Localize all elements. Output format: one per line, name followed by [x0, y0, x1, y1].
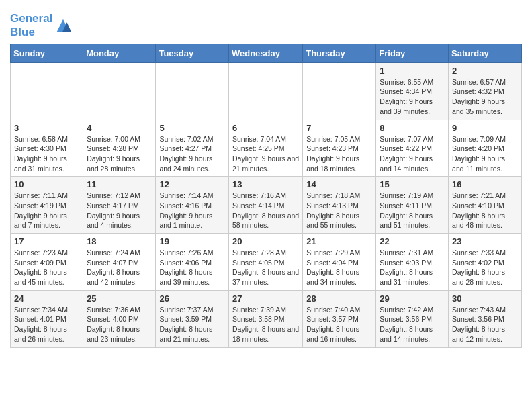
day-number: 27 [232, 293, 299, 304]
week-row-1: 1Sunrise: 6:55 AM Sunset: 4:34 PM Daylig… [11, 62, 522, 120]
day-info: Sunrise: 7:02 AM Sunset: 4:27 PM Dayligh… [159, 134, 225, 174]
logo-line2: Blue [10, 26, 52, 39]
day-info: Sunrise: 7:37 AM Sunset: 3:59 PM Dayligh… [159, 305, 225, 345]
calendar-cell: 16Sunrise: 7:21 AM Sunset: 4:10 PM Dayli… [449, 177, 522, 234]
calendar-cell [83, 62, 156, 120]
day-info: Sunrise: 7:04 AM Sunset: 4:25 PM Dayligh… [232, 134, 299, 174]
day-info: Sunrise: 7:09 AM Sunset: 4:20 PM Dayligh… [452, 134, 518, 174]
day-number: 4 [87, 123, 152, 133]
day-number: 14 [306, 179, 372, 189]
day-number: 9 [452, 123, 518, 133]
day-info: Sunrise: 7:29 AM Sunset: 4:04 PM Dayligh… [306, 248, 372, 287]
day-header-saturday: Saturday [449, 44, 522, 62]
calendar-cell: 30Sunrise: 7:43 AM Sunset: 3:56 PM Dayli… [449, 290, 522, 347]
logo: General Blue [10, 12, 73, 40]
day-number: 7 [306, 123, 372, 133]
calendar-cell [156, 62, 229, 120]
day-number: 18 [87, 236, 152, 246]
day-header-tuesday: Tuesday [156, 44, 229, 62]
week-row-3: 10Sunrise: 7:11 AM Sunset: 4:19 PM Dayli… [11, 177, 522, 234]
day-info: Sunrise: 7:21 AM Sunset: 4:10 PM Dayligh… [452, 191, 518, 230]
calendar-cell: 22Sunrise: 7:31 AM Sunset: 4:03 PM Dayli… [376, 234, 449, 291]
day-number: 28 [306, 293, 372, 304]
day-number: 15 [380, 179, 445, 189]
header: General Blue [10, 7, 522, 40]
day-info: Sunrise: 7:11 AM Sunset: 4:19 PM Dayligh… [14, 191, 79, 230]
day-info: Sunrise: 6:57 AM Sunset: 4:32 PM Dayligh… [452, 77, 518, 117]
day-info: Sunrise: 7:26 AM Sunset: 4:06 PM Dayligh… [159, 248, 225, 287]
calendar-cell: 5Sunrise: 7:02 AM Sunset: 4:27 PM Daylig… [156, 120, 229, 177]
day-info: Sunrise: 6:58 AM Sunset: 4:30 PM Dayligh… [14, 134, 79, 174]
calendar-cell: 4Sunrise: 7:00 AM Sunset: 4:28 PM Daylig… [83, 120, 156, 177]
day-info: Sunrise: 7:23 AM Sunset: 4:09 PM Dayligh… [14, 248, 79, 287]
day-info: Sunrise: 7:33 AM Sunset: 4:02 PM Dayligh… [452, 248, 518, 287]
day-info: Sunrise: 7:28 AM Sunset: 4:05 PM Dayligh… [232, 248, 299, 287]
calendar-cell: 23Sunrise: 7:33 AM Sunset: 4:02 PM Dayli… [449, 234, 522, 291]
day-header-wednesday: Wednesday [228, 44, 302, 62]
calendar-cell: 9Sunrise: 7:09 AM Sunset: 4:20 PM Daylig… [449, 120, 522, 177]
calendar-cell: 20Sunrise: 7:28 AM Sunset: 4:05 PM Dayli… [228, 234, 302, 291]
day-number: 20 [232, 236, 299, 246]
day-number: 22 [380, 236, 445, 246]
calendar-cell: 13Sunrise: 7:16 AM Sunset: 4:14 PM Dayli… [228, 177, 302, 234]
calendar-cell: 1Sunrise: 6:55 AM Sunset: 4:34 PM Daylig… [376, 62, 449, 120]
calendar-cell: 18Sunrise: 7:24 AM Sunset: 4:07 PM Dayli… [83, 234, 156, 291]
calendar-cell: 11Sunrise: 7:12 AM Sunset: 4:17 PM Dayli… [83, 177, 156, 234]
day-info: Sunrise: 7:43 AM Sunset: 3:56 PM Dayligh… [452, 305, 518, 345]
day-info: Sunrise: 7:24 AM Sunset: 4:07 PM Dayligh… [87, 248, 152, 287]
week-row-2: 3Sunrise: 6:58 AM Sunset: 4:30 PM Daylig… [11, 120, 522, 177]
day-number: 30 [452, 293, 518, 304]
day-number: 6 [232, 123, 299, 133]
week-row-5: 24Sunrise: 7:34 AM Sunset: 4:01 PM Dayli… [11, 290, 522, 347]
day-number: 1 [380, 66, 445, 76]
calendar-cell: 14Sunrise: 7:18 AM Sunset: 4:13 PM Dayli… [303, 177, 376, 234]
day-info: Sunrise: 7:00 AM Sunset: 4:28 PM Dayligh… [87, 134, 152, 174]
day-info: Sunrise: 7:14 AM Sunset: 4:16 PM Dayligh… [159, 191, 225, 230]
calendar-cell: 17Sunrise: 7:23 AM Sunset: 4:09 PM Dayli… [11, 234, 83, 291]
week-row-4: 17Sunrise: 7:23 AM Sunset: 4:09 PM Dayli… [11, 234, 522, 291]
day-info: Sunrise: 7:39 AM Sunset: 3:58 PM Dayligh… [232, 305, 299, 345]
day-number: 2 [452, 66, 518, 76]
day-number: 23 [452, 236, 518, 246]
day-header-monday: Monday [83, 44, 156, 62]
day-number: 29 [380, 293, 445, 304]
calendar-cell [228, 62, 302, 120]
calendar-table: SundayMondayTuesdayWednesdayThursdayFrid… [10, 44, 522, 348]
calendar-cell: 27Sunrise: 7:39 AM Sunset: 3:58 PM Dayli… [228, 290, 302, 347]
day-number: 25 [87, 293, 152, 304]
day-number: 12 [159, 179, 225, 189]
calendar-cell: 24Sunrise: 7:34 AM Sunset: 4:01 PM Dayli… [11, 290, 83, 347]
day-info: Sunrise: 7:19 AM Sunset: 4:11 PM Dayligh… [380, 191, 445, 230]
calendar-cell: 19Sunrise: 7:26 AM Sunset: 4:06 PM Dayli… [156, 234, 229, 291]
day-header-sunday: Sunday [11, 44, 83, 62]
calendar-cell [11, 62, 83, 120]
header-row: SundayMondayTuesdayWednesdayThursdayFrid… [11, 44, 522, 62]
calendar-cell: 12Sunrise: 7:14 AM Sunset: 4:16 PM Dayli… [156, 177, 229, 234]
day-info: Sunrise: 7:12 AM Sunset: 4:17 PM Dayligh… [87, 191, 152, 230]
day-number: 13 [232, 179, 299, 189]
day-number: 3 [14, 123, 79, 133]
day-info: Sunrise: 7:07 AM Sunset: 4:22 PM Dayligh… [380, 134, 445, 174]
day-number: 11 [87, 179, 152, 189]
day-number: 21 [306, 236, 372, 246]
calendar-cell: 26Sunrise: 7:37 AM Sunset: 3:59 PM Dayli… [156, 290, 229, 347]
day-info: Sunrise: 7:42 AM Sunset: 3:56 PM Dayligh… [380, 305, 445, 345]
calendar-cell: 29Sunrise: 7:42 AM Sunset: 3:56 PM Dayli… [376, 290, 449, 347]
calendar-cell: 3Sunrise: 6:58 AM Sunset: 4:30 PM Daylig… [11, 120, 83, 177]
day-info: Sunrise: 7:31 AM Sunset: 4:03 PM Dayligh… [380, 248, 445, 287]
day-info: Sunrise: 7:40 AM Sunset: 3:57 PM Dayligh… [306, 305, 372, 345]
calendar-cell: 28Sunrise: 7:40 AM Sunset: 3:57 PM Dayli… [303, 290, 376, 347]
logo-line1: General [10, 12, 52, 25]
day-info: Sunrise: 7:18 AM Sunset: 4:13 PM Dayligh… [306, 191, 372, 230]
calendar-cell: 15Sunrise: 7:19 AM Sunset: 4:11 PM Dayli… [376, 177, 449, 234]
day-number: 10 [14, 179, 79, 189]
day-info: Sunrise: 7:05 AM Sunset: 4:23 PM Dayligh… [306, 134, 372, 174]
calendar-cell: 21Sunrise: 7:29 AM Sunset: 4:04 PM Dayli… [303, 234, 376, 291]
day-info: Sunrise: 7:16 AM Sunset: 4:14 PM Dayligh… [232, 191, 299, 230]
calendar-cell: 7Sunrise: 7:05 AM Sunset: 4:23 PM Daylig… [303, 120, 376, 177]
calendar-cell [303, 62, 376, 120]
day-number: 16 [452, 179, 518, 189]
calendar-cell: 25Sunrise: 7:36 AM Sunset: 4:00 PM Dayli… [83, 290, 156, 347]
calendar-cell: 6Sunrise: 7:04 AM Sunset: 4:25 PM Daylig… [228, 120, 302, 177]
calendar-cell: 8Sunrise: 7:07 AM Sunset: 4:22 PM Daylig… [376, 120, 449, 177]
